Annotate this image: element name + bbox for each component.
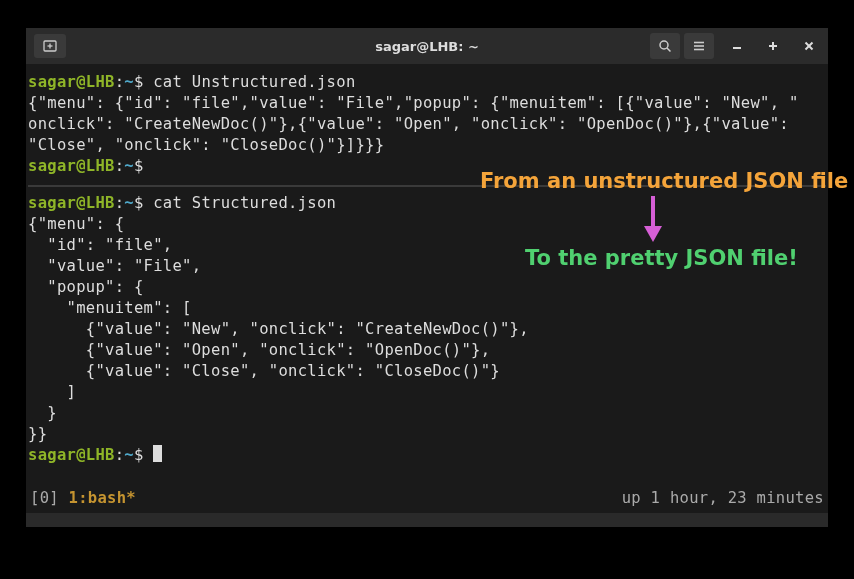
- menu-button[interactable]: [684, 33, 714, 59]
- minimize-icon: [731, 40, 743, 52]
- prompt-symbol: $: [134, 446, 144, 464]
- command-1: cat Unstructured.json: [144, 73, 356, 91]
- prompt-sep: :: [115, 157, 125, 175]
- annotation-top: From an unstructured JSON file: [480, 169, 848, 193]
- close-icon: [803, 40, 815, 52]
- prompt-path: ~: [124, 194, 134, 212]
- svg-line-4: [667, 48, 671, 52]
- new-tab-button[interactable]: [34, 34, 66, 58]
- output-2: {"menu": { "id": "file", "value": "File"…: [28, 215, 529, 443]
- prompt-path: ~: [124, 157, 134, 175]
- status-active-window: 1:bash*: [69, 489, 136, 507]
- prompt-sep: :: [115, 446, 125, 464]
- prompt-user: sagar@LHB: [28, 73, 115, 91]
- tmux-statusbar: [0] 1:bash* up 1 hour, 23 minutes: [26, 489, 828, 513]
- maximize-button[interactable]: [760, 33, 786, 59]
- bottom-spacer: [26, 513, 828, 527]
- output-1: {"menu": {"id": "file","value": "File","…: [28, 94, 799, 154]
- search-button[interactable]: [650, 33, 680, 59]
- terminal-window: sagar@LHB: ~: [26, 28, 828, 527]
- titlebar: sagar@LHB: ~: [26, 28, 828, 64]
- cursor: [153, 445, 162, 462]
- prompt-user: sagar@LHB: [28, 157, 115, 175]
- arrow-down-icon: [641, 194, 665, 244]
- new-tab-icon: [42, 38, 58, 54]
- prompt-symbol: $: [134, 73, 144, 91]
- close-button[interactable]: [796, 33, 822, 59]
- annotation-bottom: To the pretty JSON file!: [525, 246, 798, 270]
- prompt-symbol: $: [134, 157, 144, 175]
- prompt-user: sagar@LHB: [28, 446, 115, 464]
- status-uptime: up 1 hour, 23 minutes: [622, 489, 824, 507]
- svg-marker-14: [644, 226, 662, 242]
- svg-point-3: [660, 41, 668, 49]
- minimize-button[interactable]: [724, 33, 750, 59]
- command-2: cat Structured.json: [144, 194, 337, 212]
- prompt-sep: :: [115, 73, 125, 91]
- prompt-user: sagar@LHB: [28, 194, 115, 212]
- prompt-sep: :: [115, 194, 125, 212]
- hamburger-icon: [692, 39, 706, 53]
- prompt-path: ~: [124, 446, 134, 464]
- terminal-body[interactable]: sagar@LHB:~$ cat Unstructured.json {"men…: [26, 64, 828, 489]
- search-icon: [658, 39, 672, 53]
- status-left: [0]: [30, 489, 69, 507]
- plus-icon: [767, 40, 779, 52]
- prompt-path: ~: [124, 73, 134, 91]
- prompt-symbol: $: [134, 194, 144, 212]
